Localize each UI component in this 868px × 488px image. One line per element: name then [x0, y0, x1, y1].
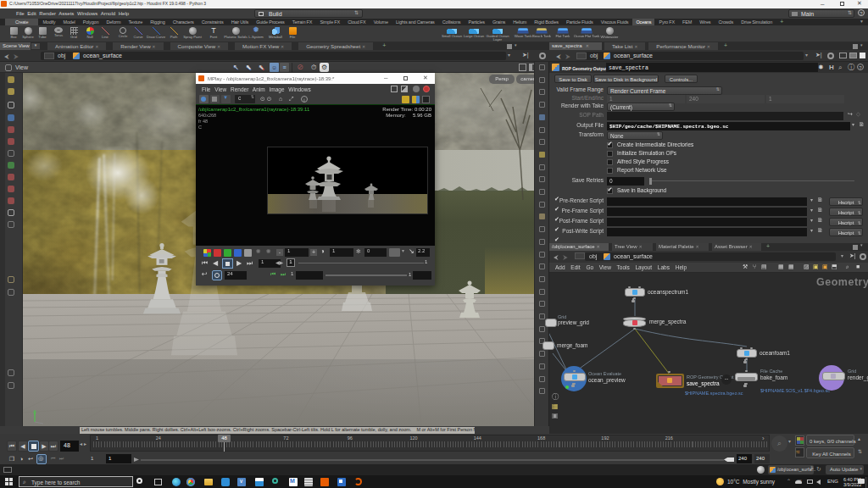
svg-text:Y: Y [33, 411, 36, 416]
